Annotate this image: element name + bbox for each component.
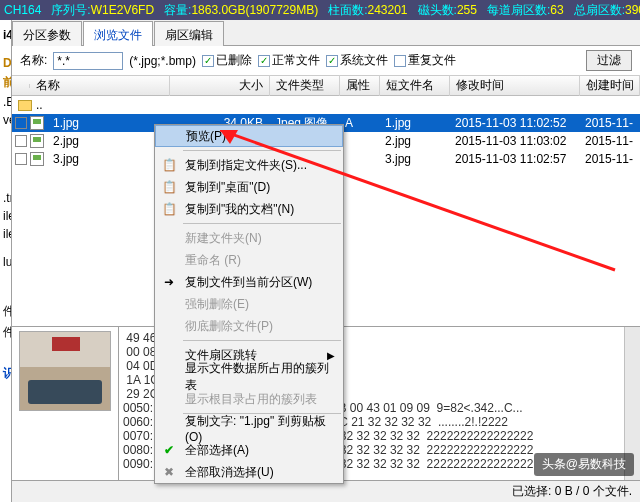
image-file-icon: [30, 134, 44, 148]
selection-status: 已选择: 0 B / 0 个文件.: [512, 483, 632, 500]
tree-item[interactable]: iles (x86): [3, 225, 8, 243]
menu-permanent-delete: 彻底删除文件(P): [155, 315, 343, 337]
copy-icon: 📋: [161, 157, 177, 173]
menu-new-folder: 新建文件夹(N): [155, 227, 343, 249]
row-checkbox[interactable]: [15, 135, 27, 147]
menu-copy-to-folder[interactable]: 📋复制到指定文件夹(S)...: [155, 154, 343, 176]
menu-deselect-all[interactable]: ✖全部取消选择(U): [155, 461, 343, 483]
col-mtime[interactable]: 修改时间: [450, 75, 580, 96]
col-attr[interactable]: 属性: [340, 75, 380, 96]
tab-partition-params[interactable]: 分区参数: [12, 21, 82, 46]
tab-sector-edit[interactable]: 扇区编辑: [154, 21, 224, 46]
preview-pane: [12, 327, 119, 481]
tree-item[interactable]: velop: [3, 111, 8, 129]
context-menu: 预览(P) 📋复制到指定文件夹(S)... 📋复制到"桌面"(D) 📋复制到"我…: [154, 124, 344, 484]
arrow-icon: ➜: [161, 274, 177, 290]
row-checkbox[interactable]: [15, 153, 27, 165]
menu-force-delete: 强制删除(E): [155, 293, 343, 315]
chk-normal[interactable]: ✓正常文件: [258, 52, 320, 69]
tab-strip: 分区参数 浏览文件 扇区编辑: [12, 20, 640, 46]
file-types: (*.jpg;*.bmp): [129, 54, 196, 68]
tab-browse-files[interactable]: 浏览文件: [83, 21, 153, 46]
tree-item[interactable]: 前分区):(0: [3, 72, 8, 93]
filter-bar: 名称: (*.jpg;*.bmp) ✓已删除 ✓正常文件 ✓系统文件 重复文件 …: [12, 46, 640, 76]
menu-show-root-clusters: 显示根目录占用的簇列表: [155, 388, 343, 410]
menu-copy-to-partition[interactable]: ➜复制文件到当前分区(W): [155, 271, 343, 293]
watermark: 头条@易数科技: [534, 453, 634, 476]
image-thumbnail[interactable]: [19, 331, 111, 411]
file-list-header: 名称 大小 文件类型 属性 短文件名 修改时间 创建时间: [12, 76, 640, 96]
uncheck-icon: ✖: [161, 464, 177, 480]
tree-item[interactable]: .BIN: [3, 93, 8, 111]
directory-tree[interactable]: i4(1863GB D: 前分区):(0 .BIN velop .tmp ile…: [0, 20, 12, 502]
tree-item[interactable]: 识别)(1): [3, 363, 8, 384]
col-short[interactable]: 短文件名: [380, 75, 450, 96]
check-icon: ✔: [161, 442, 177, 458]
up-folder-row[interactable]: ..: [12, 96, 640, 114]
chk-duplicate[interactable]: 重复文件: [394, 52, 456, 69]
tree-item[interactable]: .tmp: [3, 189, 8, 207]
chk-deleted[interactable]: ✓已删除: [202, 52, 252, 69]
row-checkbox[interactable]: [15, 117, 27, 129]
menu-show-clusters[interactable]: 显示文件数据所占用的簇列表: [155, 366, 343, 388]
folder-icon: [18, 100, 32, 111]
menu-copy-documents[interactable]: 📋复制到"我的文档"(N): [155, 198, 343, 220]
tree-item[interactable]: 件 - 云餐饮: [3, 322, 8, 343]
copy-icon: 📋: [161, 201, 177, 217]
name-filter-input[interactable]: [53, 52, 123, 70]
col-ctime[interactable]: 创建时间: [580, 75, 640, 96]
tree-item[interactable]: 件: [3, 301, 8, 322]
filter-button[interactable]: 过滤: [586, 50, 632, 71]
name-label: 名称:: [20, 52, 47, 69]
col-type[interactable]: 文件类型: [270, 75, 340, 96]
menu-copy-text[interactable]: 复制文字: "1.jpg" 到剪贴板(O): [155, 417, 343, 439]
col-name[interactable]: 名称: [30, 75, 170, 96]
menu-rename: 重命名 (R): [155, 249, 343, 271]
col-size[interactable]: 大小: [170, 75, 270, 96]
device-info-bar: CH164 序列号:W1E2V6FD 容量:1863.0GB(1907729MB…: [0, 0, 640, 20]
chk-system[interactable]: ✓系统文件: [326, 52, 388, 69]
menu-select-all[interactable]: ✔全部选择(A): [155, 439, 343, 461]
tree-item[interactable]: iles: [3, 207, 8, 225]
copy-icon: 📋: [161, 179, 177, 195]
menu-preview[interactable]: 预览(P): [155, 125, 343, 147]
tree-item[interactable]: D:: [3, 54, 8, 72]
image-file-icon: [30, 116, 44, 130]
tree-item[interactable]: lume Infor: [3, 253, 8, 271]
submenu-arrow-icon: ▶: [327, 350, 335, 361]
menu-copy-desktop[interactable]: 📋复制到"桌面"(D): [155, 176, 343, 198]
image-file-icon: [30, 152, 44, 166]
tree-disk[interactable]: i4(1863GB: [3, 26, 8, 44]
